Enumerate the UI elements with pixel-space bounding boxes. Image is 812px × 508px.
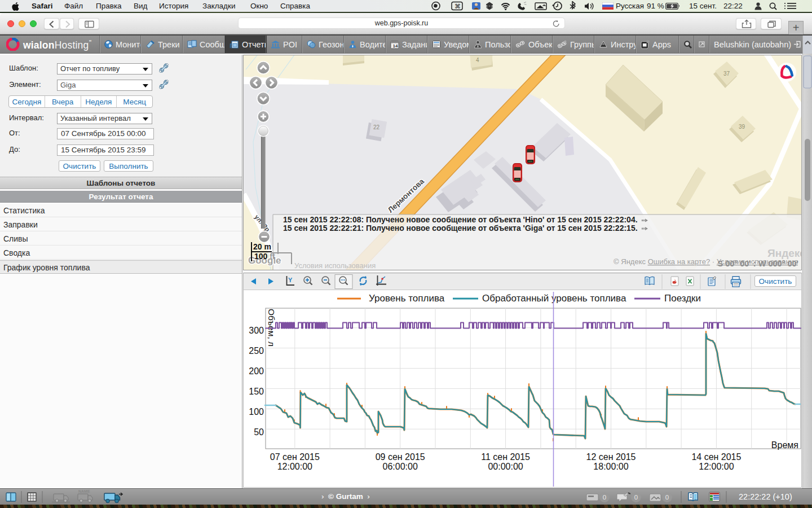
svg-text:14: 14	[393, 43, 398, 48]
svg-text:00:00:00: 00:00:00	[488, 462, 523, 471]
svg-text:07 сен 2015: 07 сен 2015	[270, 452, 320, 462]
svg-text:100: 100	[249, 407, 264, 417]
svg-text:NAME: NAME	[78, 489, 90, 493]
svg-text:37: 37	[723, 71, 730, 77]
svg-text:0: 0	[634, 494, 638, 501]
svg-text:Обработанный уровень топлива: Обработанный уровень топлива	[482, 293, 626, 304]
svg-text:18:00:00: 18:00:00	[593, 462, 628, 471]
svg-text:150: 150	[249, 387, 264, 396]
svg-text:15 сен 2015 22:22:21: Получено: 15 сен 2015 22:22:21: Получено новое соо…	[283, 224, 638, 233]
svg-text:250: 250	[249, 346, 264, 356]
svg-text:Время: Время	[771, 440, 798, 450]
svg-text:12:00:00: 12:00:00	[277, 462, 312, 471]
svg-text:12:00:00: 12:00:00	[699, 462, 734, 471]
svg-text:Условия использования: Условия использования	[294, 261, 376, 270]
svg-text:50: 50	[254, 427, 264, 437]
svg-text:Y: Y	[288, 277, 293, 283]
svg-text:⌘: ⌘	[454, 3, 461, 10]
svg-text:14 сен 2015: 14 сен 2015	[691, 452, 741, 462]
svg-text:Поездки: Поездки	[664, 293, 701, 304]
svg-text:0: 0	[603, 494, 606, 501]
svg-text:Уровень топлива: Уровень топлива	[369, 293, 445, 304]
svg-text:39: 39	[739, 124, 745, 130]
svg-text:300: 300	[249, 326, 264, 335]
svg-text:20 m: 20 m	[253, 242, 271, 251]
svg-text:11 сен 2015: 11 сен 2015	[481, 452, 530, 462]
svg-text:S 00° 00' : W 000° 00': S 00° 00' : W 000° 00'	[718, 259, 798, 268]
svg-text:100 ft: 100 ft	[254, 252, 275, 261]
svg-text:12 сен 2015: 12 сен 2015	[586, 452, 636, 462]
svg-text:0: 0	[665, 494, 669, 501]
svg-text:200: 200	[249, 366, 264, 376]
svg-text:4: 4	[476, 57, 479, 63]
svg-text:22: 22	[373, 124, 380, 130]
svg-text:09 сен 2015: 09 сен 2015	[376, 452, 425, 462]
svg-text:06:00:00: 06:00:00	[383, 462, 418, 471]
